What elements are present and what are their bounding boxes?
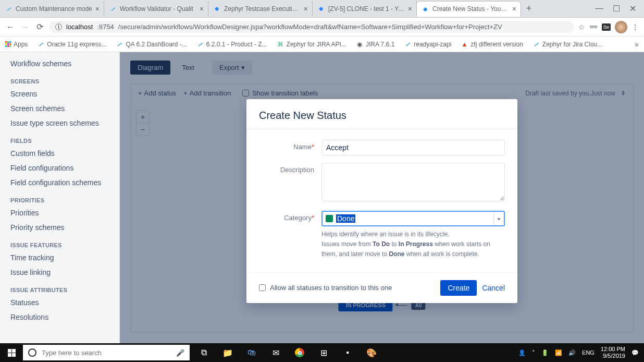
bookmark-item[interactable]: ⟋6.2.0.1 - Product - Z... <box>196 41 267 48</box>
mic-icon[interactable]: 🎤 <box>176 349 184 357</box>
search-placeholder: Type here to search <box>42 349 102 357</box>
favicon-jira-icon: ◆ <box>317 5 325 13</box>
close-icon[interactable]: ✕ <box>629 4 636 14</box>
browser-tab-0[interactable]: ⟋ Custom Maintenance mode × <box>0 1 104 17</box>
store-icon[interactable]: 🛍 <box>240 343 264 362</box>
category-select[interactable]: Done ▾ <box>321 211 505 226</box>
sidebar-item[interactable]: Issue linking <box>0 265 119 280</box>
cortana-icon <box>28 348 36 357</box>
description-textarea[interactable] <box>321 163 505 201</box>
time-text: 12:00 PM <box>601 346 625 353</box>
create-button[interactable]: Create <box>440 280 477 296</box>
sidebar-item[interactable]: Field configurations <box>0 161 119 175</box>
explorer-icon[interactable]: 📁 <box>216 343 240 362</box>
bookmark-label: Zephyr for JIRA API... <box>287 41 346 48</box>
bookmarks-overflow-icon[interactable]: » <box>635 40 639 49</box>
sidebar-item[interactable]: Priority schemes <box>0 220 119 235</box>
create-status-modal: Create New Status Name* Description Cate… <box>246 99 517 303</box>
people-icon[interactable]: 👤 <box>518 349 526 356</box>
bookmark-item[interactable]: ◉JIRA 7.6.1 <box>356 41 394 48</box>
done-swatch-icon <box>326 215 333 222</box>
url-host: localhost <box>66 23 93 31</box>
paint-icon[interactable]: 🎨 <box>360 343 383 362</box>
sidebar-header: SCREENS <box>0 71 119 87</box>
slack-icon[interactable]: ⊞ <box>312 343 336 362</box>
profile-avatar[interactable] <box>615 21 627 33</box>
minimize-icon[interactable]: — <box>595 4 603 14</box>
sidebar-header: ISSUE FEATURES <box>0 235 119 250</box>
back-button[interactable]: ← <box>5 22 16 32</box>
chevron-down-icon[interactable]: ▾ <box>493 212 504 225</box>
apps-button[interactable]: Apps <box>5 41 28 48</box>
browser-tab-1[interactable]: ⟋ Workflow Validator - Qualit × <box>104 1 208 17</box>
selenium-icon[interactable]: Se <box>602 23 611 31</box>
bookmark-item[interactable]: ⟋readyapi-zapi <box>404 41 451 48</box>
taskbar-search[interactable]: Type here to search 🎤 <box>23 345 190 360</box>
browser-tab-2[interactable]: ◆ Zephyr Testcase Execution S × <box>208 1 313 17</box>
browser-tab-4[interactable]: ◆ Create New Status - Your C × <box>417 1 521 17</box>
allow-all-checkbox[interactable]: Allow all statuses to transition to this… <box>259 284 392 292</box>
sidebar-item-workflow-schemes[interactable]: Workflow schemes <box>0 56 119 71</box>
bookmark-label: 6.2.0.1 - Product - Z... <box>206 41 267 48</box>
browser-tab-3[interactable]: ◆ [ZV-5] CLONE - test 1 - You × <box>313 1 417 17</box>
menu-icon[interactable]: ⋮ <box>631 23 639 31</box>
sidebar-item[interactable]: Issue type screen schemes <box>0 116 119 130</box>
bookmark-label: zfj different version <box>470 41 523 48</box>
tab-title: Create New Status - Your C <box>432 5 509 13</box>
favicon-sw-icon: ⟋ <box>108 5 117 13</box>
url-input[interactable]: i localhost:8754/secure/admin/workflows/… <box>49 21 574 33</box>
bookmark-item[interactable]: ⌘Zephyr for JIRA API... <box>277 41 346 48</box>
favicon-jira-icon: ◆ <box>421 5 429 13</box>
close-icon[interactable]: × <box>95 5 100 13</box>
wifi-icon[interactable]: 📶 <box>555 349 562 356</box>
sidebar-item[interactable]: Time tracking <box>0 250 119 265</box>
checkbox-input[interactable] <box>259 284 266 291</box>
terminal-icon[interactable]: ▪ <box>336 343 360 362</box>
bookmark-label: Oracle 11g express... <box>47 41 106 48</box>
tab-title: [ZV-5] CLONE - test 1 - You <box>328 5 405 13</box>
sidebar-header: PRIORITIES <box>0 190 119 206</box>
tab-title: Custom Maintenance mode <box>16 5 92 13</box>
sidebar-item[interactable]: Screen schemes <box>0 101 119 116</box>
bookmark-item[interactable]: ⟋Zephyr for Jira Clou... <box>532 41 602 48</box>
notifications-icon[interactable]: 💬 <box>631 349 639 356</box>
forward-button[interactable]: → <box>20 22 30 32</box>
bookmark-label: readyapi-zapi <box>414 41 451 48</box>
star-icon[interactable]: ☆ <box>578 23 585 31</box>
chrome-icon[interactable] <box>288 343 312 362</box>
close-icon[interactable]: × <box>304 5 308 13</box>
info-icon: i <box>55 23 62 30</box>
sidebar-item[interactable]: Screens <box>0 87 119 101</box>
tab-title: Workflow Validator - Qualit <box>120 5 196 13</box>
name-input[interactable] <box>321 140 505 155</box>
tab-title: Zephyr Testcase Execution S <box>224 5 301 13</box>
sidebar-item[interactable]: Custom fields <box>0 146 119 161</box>
glasses-icon[interactable]: 👓 <box>589 23 598 31</box>
close-icon[interactable]: × <box>200 5 204 13</box>
bookmark-label: QA 6.2 DashBoard -... <box>126 41 187 48</box>
sidebar-item[interactable]: Priorities <box>0 206 119 220</box>
tray-chevron-icon[interactable]: ˄ <box>532 349 535 356</box>
bookmark-icon: ⌘ <box>277 41 284 48</box>
cancel-button[interactable]: Cancel <box>482 284 505 292</box>
reload-button[interactable]: ⟳ <box>34 22 45 32</box>
sidebar-item[interactable]: Statuses <box>0 295 119 310</box>
mail-icon[interactable]: ✉ <box>264 343 288 362</box>
bookmark-item[interactable]: ▲zfj different version <box>461 41 523 48</box>
language-indicator[interactable]: ENG <box>582 349 595 356</box>
new-tab-button[interactable]: + <box>521 3 537 14</box>
clock[interactable]: 12:00 PM 9/5/2019 <box>601 346 625 359</box>
close-icon[interactable]: × <box>512 5 516 13</box>
bookmark-item[interactable]: ⟋Oracle 11g express... <box>37 41 106 48</box>
bookmark-item[interactable]: ⟋QA 6.2 DashBoard -... <box>116 41 187 48</box>
bookmark-icon: ⟋ <box>116 41 123 48</box>
volume-icon[interactable]: 🔊 <box>568 349 576 356</box>
battery-icon[interactable]: 🔋 <box>541 349 549 356</box>
maximize-icon[interactable]: ☐ <box>613 4 620 14</box>
close-icon[interactable]: × <box>408 5 412 13</box>
sidebar-item[interactable]: Resolutions <box>0 310 119 324</box>
sidebar-header: ISSUE ATTRIBUTES <box>0 280 119 295</box>
sidebar-item[interactable]: Field configuration schemes <box>0 175 119 190</box>
start-button[interactable] <box>0 343 23 362</box>
taskview-icon[interactable]: ⧉ <box>192 343 216 362</box>
